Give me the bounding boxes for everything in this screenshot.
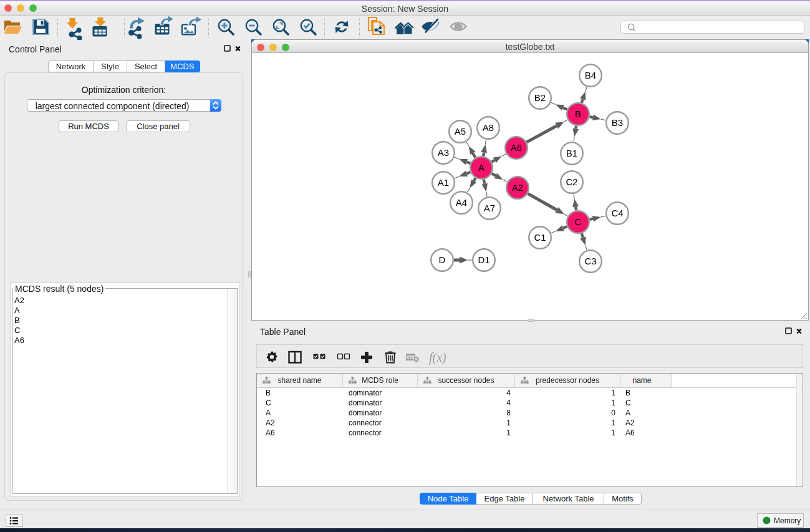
svg-text:A2: A2 xyxy=(512,182,523,193)
svg-text:C4: C4 xyxy=(611,208,623,218)
svg-text:B4: B4 xyxy=(585,70,596,80)
svg-text:A7: A7 xyxy=(484,203,495,213)
svg-text:A8: A8 xyxy=(483,122,494,133)
svg-text:C3: C3 xyxy=(584,256,596,266)
svg-text:f(x): f(x) xyxy=(429,351,446,365)
svg-text:A6: A6 xyxy=(511,142,522,153)
svg-text:B3: B3 xyxy=(612,117,623,128)
svg-text:B2: B2 xyxy=(534,92,546,103)
svg-text:C1: C1 xyxy=(534,232,546,243)
svg-text:D1: D1 xyxy=(478,254,489,265)
svg-text:A1: A1 xyxy=(438,177,449,188)
svg-text:D: D xyxy=(439,254,446,265)
svg-text:C2: C2 xyxy=(566,177,577,187)
svg-text:B1: B1 xyxy=(566,148,577,158)
svg-text:A3: A3 xyxy=(438,147,449,158)
svg-text:C: C xyxy=(575,216,582,227)
svg-text:A5: A5 xyxy=(455,126,466,137)
svg-text:A: A xyxy=(478,162,485,173)
svg-text:B: B xyxy=(575,109,581,119)
svg-text:A4: A4 xyxy=(456,197,467,208)
